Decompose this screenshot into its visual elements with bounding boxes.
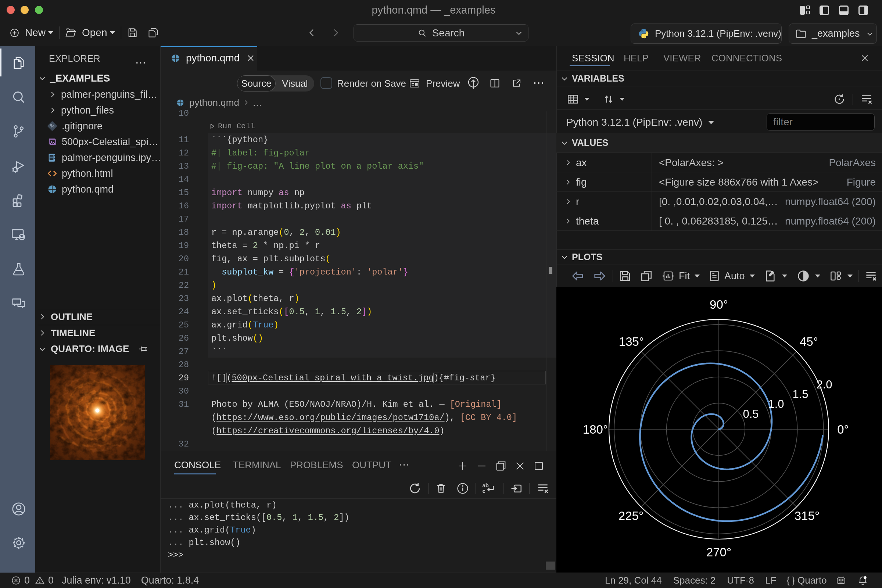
svg-text:0°: 0° — [837, 423, 849, 436]
svg-text:1.0: 1.0 — [768, 398, 784, 411]
svg-text:270°: 270° — [706, 545, 731, 559]
svg-text:2.0: 2.0 — [816, 378, 832, 391]
svg-text:225°: 225° — [618, 509, 644, 523]
svg-text:c: c — [483, 488, 486, 494]
svg-text:180°: 180° — [583, 423, 608, 436]
svg-text:45°: 45° — [800, 335, 818, 348]
svg-text:135°: 135° — [619, 335, 644, 348]
svg-text:0.5: 0.5 — [743, 408, 759, 420]
svg-text:1.5: 1.5 — [792, 388, 808, 400]
svg-text:90°: 90° — [710, 298, 728, 311]
svg-text:315°: 315° — [795, 509, 819, 523]
